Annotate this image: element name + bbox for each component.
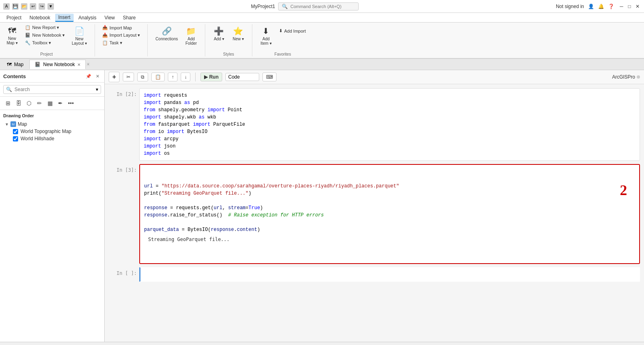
hillshade-checkbox[interactable] bbox=[13, 136, 18, 141]
new-report-button[interactable]: 📋 New Report ▾ bbox=[23, 24, 67, 31]
new-map-button[interactable]: 🗺 NewMap ▾ bbox=[3, 24, 21, 47]
layer-tool-4[interactable]: ✏ bbox=[35, 98, 44, 108]
cell-1-prompt: In [2]: bbox=[109, 88, 137, 161]
move-down-button[interactable]: ↓ bbox=[181, 73, 190, 81]
layer-group: ▼ M Map World Topographic Map World Hill… bbox=[5, 121, 101, 142]
menu-view[interactable]: View bbox=[101, 14, 118, 21]
folder-icon[interactable]: 📂 bbox=[21, 3, 27, 10]
paste-cell-button[interactable]: 📋 bbox=[151, 73, 165, 81]
toolbox-button[interactable]: 🔧 Toolbox ▾ bbox=[23, 39, 67, 46]
cell-1-code[interactable]: import requests import pandas as pd from… bbox=[139, 88, 640, 161]
search-dropdown-icon[interactable]: ▾ bbox=[96, 87, 98, 92]
minimize-button[interactable]: ─ bbox=[618, 3, 625, 10]
close-button[interactable]: ✕ bbox=[634, 3, 641, 10]
layer-tool-1[interactable]: ⊞ bbox=[3, 98, 13, 108]
import-col-2: ⬇ Add Import bbox=[277, 27, 308, 34]
not-signed-in-label: Not signed in bbox=[556, 4, 584, 9]
sidebar-close-button[interactable]: ✕ bbox=[94, 73, 101, 80]
new-map-label: NewMap ▾ bbox=[6, 36, 17, 45]
menu-insert[interactable]: Insert bbox=[55, 14, 74, 22]
notebook-toolbar: + ✂ ⧉ 📋 ↑ ↓ ▶ Run Code Markdown Raw ⌨ Ar… bbox=[105, 70, 644, 84]
map-layer-name: Map bbox=[18, 121, 27, 127]
add-item-button[interactable]: ⬇ AddItem ▾ bbox=[257, 24, 275, 48]
layer-tool-6[interactable]: ✒ bbox=[56, 98, 65, 108]
undo-icon[interactable]: ↩ bbox=[30, 3, 36, 10]
layer-tool-more[interactable]: ••• bbox=[66, 98, 76, 108]
task-button[interactable]: 📋 Task ▾ bbox=[100, 39, 142, 46]
menu-share[interactable]: Share bbox=[120, 14, 139, 21]
app-icon: A bbox=[3, 3, 10, 10]
cell-2-code[interactable]: 2 url = "https://data.source.coop/sarahg… bbox=[139, 164, 640, 264]
run-button[interactable]: ▶ Run bbox=[200, 73, 222, 81]
add-import-button[interactable]: ⬇ Add Import bbox=[277, 27, 308, 34]
more-icon[interactable]: ▼ bbox=[47, 3, 54, 10]
cell-2-wrapper: In [3]: 2 url = "https://data.source.coo… bbox=[109, 164, 640, 264]
layer-tool-5[interactable]: ▦ bbox=[45, 98, 55, 108]
search-input[interactable] bbox=[14, 87, 93, 92]
new-map-icon: 🗺 bbox=[8, 26, 16, 35]
drawing-order: Drawing Order ▼ M Map World Topographic … bbox=[0, 110, 104, 145]
tab-notebook-label: New Notebook bbox=[43, 62, 75, 67]
add-import-label: Add Import bbox=[284, 29, 306, 33]
ribbon: 🗺 NewMap ▾ 📋 New Report ▾ 📓 New Notebook… bbox=[0, 23, 644, 59]
kernel-select[interactable]: Code Markdown Raw bbox=[225, 73, 259, 81]
layer-child-topographic[interactable]: World Topographic Map bbox=[5, 128, 101, 135]
add-folder-button[interactable]: 📁 AddFolder bbox=[182, 24, 200, 48]
cell-1-wrapper: In [2]: import requests import pandas as… bbox=[109, 88, 640, 161]
cell-2-prompt: In [3]: bbox=[109, 164, 137, 264]
copy-cell-button[interactable]: ⧉ bbox=[137, 73, 148, 81]
layer-child-hillshade[interactable]: World Hillshade bbox=[5, 135, 101, 142]
add-cell-button[interactable]: + bbox=[109, 72, 120, 82]
cell-3-wrapper: In [ ]: bbox=[109, 267, 640, 282]
topographic-checkbox[interactable] bbox=[13, 129, 18, 134]
user-icon[interactable]: 👤 bbox=[588, 4, 594, 9]
save-icon[interactable]: 💾 bbox=[12, 3, 19, 10]
cell-3-empty[interactable] bbox=[139, 267, 640, 282]
command-search-input[interactable] bbox=[290, 4, 347, 9]
window-controls: ─ □ ✕ bbox=[618, 3, 641, 10]
tab-collapse-handle[interactable]: ▾ bbox=[87, 62, 90, 66]
cut-cell-button[interactable]: ✂ bbox=[123, 73, 134, 81]
title-bar-right: Not signed in 👤 🔔 ❓ ─ □ ✕ bbox=[556, 3, 641, 10]
add-button[interactable]: ➕ Add ▾ bbox=[210, 24, 228, 43]
redo-icon[interactable]: ↪ bbox=[39, 3, 45, 10]
layer-tool-2[interactable]: 🗄 bbox=[14, 98, 23, 108]
new-notebook-button[interactable]: 📓 New Notebook ▾ bbox=[23, 32, 67, 39]
command-search-box[interactable]: 🔍 bbox=[278, 2, 359, 10]
sidebar-pin-button[interactable]: 📌 bbox=[85, 73, 92, 80]
search-container: 🔍 ▾ bbox=[3, 85, 101, 94]
new-layout-button[interactable]: 📄 NewLayout ▾ bbox=[69, 24, 90, 48]
sidebar-title: Contents bbox=[3, 73, 26, 79]
add-folder-label: AddFolder bbox=[186, 37, 197, 46]
sidebar-controls: 📌 ✕ bbox=[85, 73, 101, 80]
layer-parent-map[interactable]: ▼ M Map bbox=[5, 121, 101, 128]
title-bar-center: MyProject1 🔍 bbox=[251, 2, 359, 10]
tab-map[interactable]: 🗺 Map bbox=[2, 60, 29, 69]
new-notebook-label: New Notebook ▾ bbox=[32, 33, 65, 38]
layer-tool-3[interactable]: ⬡ bbox=[24, 98, 34, 108]
layer-tools: ⊞ 🗄 ⬡ ✏ ▦ ✒ ••• bbox=[0, 97, 104, 110]
keyboard-button[interactable]: ⌨ bbox=[262, 73, 277, 81]
menu-analysis[interactable]: Analysis bbox=[75, 14, 100, 21]
cell-2-annotation: 2 bbox=[620, 179, 627, 201]
menu-notebook[interactable]: Notebook bbox=[26, 14, 53, 21]
bell-icon[interactable]: 🔔 bbox=[598, 4, 604, 9]
move-up-button[interactable]: ↑ bbox=[168, 73, 178, 81]
new-style-button[interactable]: ⭐ New ▾ bbox=[229, 24, 247, 43]
connections-button[interactable]: 🔗 Connections bbox=[153, 24, 181, 43]
cell-3-prompt: In [ ]: bbox=[109, 267, 137, 282]
import-map-icon: 📥 bbox=[102, 25, 108, 30]
cell-1-content[interactable]: import requests import pandas as pd from… bbox=[139, 88, 640, 161]
tab-new-notebook[interactable]: 📓 New Notebook ✕ bbox=[29, 60, 86, 69]
menu-project[interactable]: Project bbox=[3, 14, 25, 21]
tab-close-button[interactable]: ✕ bbox=[77, 62, 80, 67]
new-layout-label: NewLayout ▾ bbox=[72, 37, 87, 46]
connections-label: Connections bbox=[155, 37, 178, 41]
help-icon[interactable]: ❓ bbox=[608, 4, 614, 9]
cell-3-content[interactable] bbox=[139, 267, 640, 282]
import-layout-button[interactable]: 📥 Import Layout ▾ bbox=[100, 32, 142, 39]
import-map-button[interactable]: 📥 Import Map bbox=[100, 24, 142, 31]
cell-2-content[interactable]: 2 url = "https://data.source.coop/sarahg… bbox=[139, 164, 640, 264]
add-item-label: AddItem ▾ bbox=[260, 37, 271, 46]
maximize-button[interactable]: □ bbox=[626, 3, 633, 10]
